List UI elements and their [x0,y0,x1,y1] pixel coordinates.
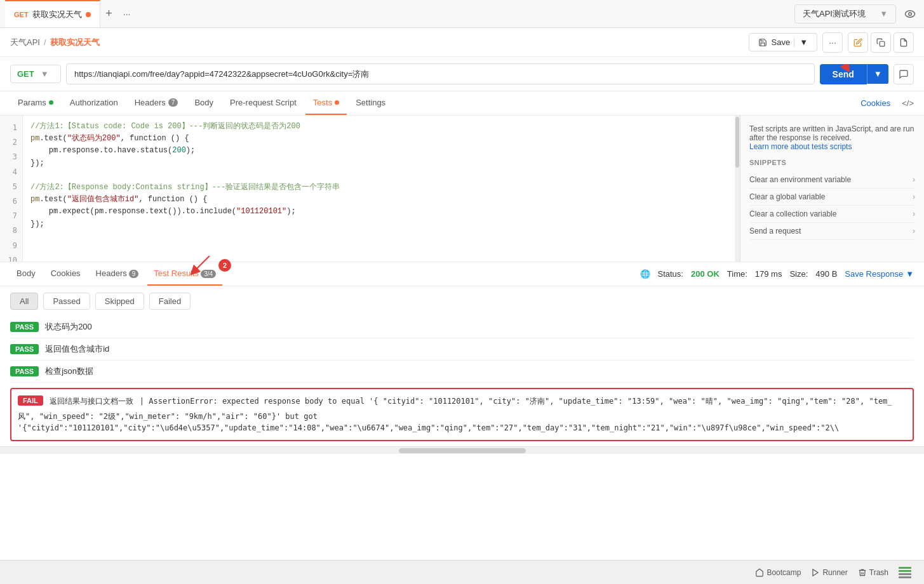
resp-tab-headers[interactable]: Headers9 [90,262,145,286]
cookies-link[interactable]: Cookies [860,98,890,108]
trash-button[interactable]: Trash [858,568,888,577]
tab-settings[interactable]: Settings [348,91,393,115]
headers-count-badge: 9 [129,270,139,278]
breadcrumb-current: 获取实况天气 [50,37,100,48]
tab-headers[interactable]: Headers 7 [127,91,186,115]
tab-pre-request[interactable]: Pre-request Script [222,91,304,115]
save-response-button[interactable]: Save Response ▼ [845,269,914,279]
env-selector[interactable]: 天气API测试环境 ▼ [794,4,896,23]
edit-icon-button[interactable] [848,32,868,53]
active-tab[interactable]: GET 获取实况天气 [5,0,100,27]
tab-tests[interactable]: Tests [305,91,347,115]
url-input[interactable] [66,63,815,84]
snippets-title: SNIPPETS [749,159,915,166]
progress-indicator [899,567,911,578]
line-num-3: 3 [0,150,22,164]
bootcamp-button[interactable]: Bootcamp [755,568,801,577]
breadcrumb: 天气API / 获取实况天气 [10,37,100,48]
sidebar-toggle-button[interactable]: › [740,177,740,200]
resp-tab-body[interactable]: Body [10,262,42,286]
code-line-6: //方法2:【Response body:Contains string】---… [30,182,727,194]
line-num-9: 9 [0,239,22,253]
resp-size-label: Size: [789,269,808,279]
snippet-clear-env[interactable]: Clear an environment variable › [749,171,915,189]
filter-skipped[interactable]: Skipped [95,293,144,310]
test-results-list: PASS 状态码为200 PASS 返回值包含城市id PASS 检查json数… [0,316,924,383]
save-response-label: Save Response [845,269,903,279]
tab-body[interactable]: Body [187,91,221,115]
save-label: Save [771,37,790,47]
snippet-clear-global[interactable]: Clear a global variable › [749,189,915,206]
send-dropdown-button[interactable]: ▼ [867,64,888,84]
save-dropdown-arrow[interactable]: ▼ [794,37,808,47]
pass-badge-2: PASS [10,344,39,354]
breadcrumb-bar: 天气API / 获取实况天气 Save ▼ ··· [0,28,924,57]
sidebar-intro: Test scripts are written in JavaScript, … [749,124,915,142]
svg-point-0 [906,10,915,17]
tab-bar: GET 获取实况天气 + ··· 天气API测试环境 ▼ [0,0,924,28]
fail-detail-box: FAIL 返回结果与接口文档一致 | AssertionError: expec… [10,388,914,441]
code-editor: 1 2 3 4 5 6 7 8 9 10 //方法1:【Status code:… [0,116,740,262]
svg-point-1 [909,12,912,15]
runner-button[interactable]: Runner [811,568,847,577]
headers-badge: 7 [168,98,178,107]
snippet-send-request[interactable]: Send a request › [749,223,915,240]
bootcamp-label: Bootcamp [767,568,801,577]
code-line-10 [30,230,727,242]
right-icons [848,32,914,53]
filter-failed[interactable]: Failed [149,293,191,310]
code-line-1: //方法1:【Status code: Code is 200】---判断返回的… [30,121,727,133]
fail-detail-3: '{"cityid":"101120101","city":"\u6d4e\u5… [18,422,906,434]
snippet-clear-collection[interactable]: Clear a collection variable › [749,206,915,223]
params-dot [49,100,53,105]
editor-scrollbar[interactable] [735,116,740,262]
method-value: GET [17,69,34,79]
trash-label: Trash [869,568,888,577]
share-icon-button[interactable] [894,32,914,53]
line-num-1: 1 [0,121,22,135]
code-content[interactable]: //方法1:【Status code: Code is 200】---判断返回的… [23,116,735,262]
line-num-6: 6 [0,194,22,209]
tab-dot [86,12,91,17]
filter-all[interactable]: All [10,293,38,310]
code-line-8: pm.expect(pm.response.text()).to.include… [30,206,727,218]
filter-passed[interactable]: Passed [43,293,90,310]
test-label-3: 检查json数据 [45,366,93,377]
line-num-4: 4 [0,165,22,180]
comment-icon-button[interactable] [894,64,914,84]
save-response-arrow: ▼ [906,269,914,279]
editor-section: 1 2 3 4 5 6 7 8 9 10 //方法1:【Status code:… [0,116,924,262]
line-num-5: 5 [0,180,22,194]
editor-scrollbar-thumb [735,117,739,168]
sidebar-panel: › Test scripts are written in JavaScript… [740,116,924,262]
breadcrumb-sep: / [44,37,46,47]
eye-icon-button[interactable] [901,5,919,23]
url-bar: GET ▼ 1 Send ▼ [0,57,924,91]
tab-authorization[interactable]: Authorization [62,91,126,115]
fail-detail-1: | AssertionError: expected response body… [140,395,892,407]
horizontal-scrollbar[interactable] [0,446,924,454]
test-row-1: PASS 状态码为200 [10,316,914,338]
resp-tab-cookies[interactable]: Cookies [44,262,87,286]
response-section: 2 Body Cookies Headers9 Test Results3/4 … [0,262,924,441]
line-num-7: 7 [0,209,22,223]
tab-more-button[interactable]: ··· [118,5,136,23]
line-numbers: 1 2 3 4 5 6 7 8 9 10 [0,116,23,262]
runner-label: Runner [822,568,847,577]
fail-badge: FAIL [18,395,43,406]
globe-icon: 🌐 [640,269,650,279]
add-tab-button[interactable]: + [100,5,118,23]
annotation-2-container: 2 [184,256,231,275]
code-button[interactable]: </> [902,98,914,108]
learn-more-link[interactable]: Learn more about tests scripts [749,142,852,151]
breadcrumb-parent[interactable]: 天气API [10,37,40,48]
more-options-button[interactable]: ··· [822,32,843,53]
request-tabs: Params Authorization Headers 7 Body Pre-… [0,91,924,116]
tab-params[interactable]: Params [10,91,61,115]
copy-icon-button[interactable] [871,32,891,53]
method-select[interactable]: GET ▼ [10,65,61,83]
save-button[interactable]: Save ▼ [749,33,817,51]
svg-marker-3 [813,569,818,576]
bottom-bar: Bootcamp Runner Trash [0,560,924,584]
fail-detail-2: 风", "win_speed": "2级","win_meter": "9km/… [18,411,906,422]
